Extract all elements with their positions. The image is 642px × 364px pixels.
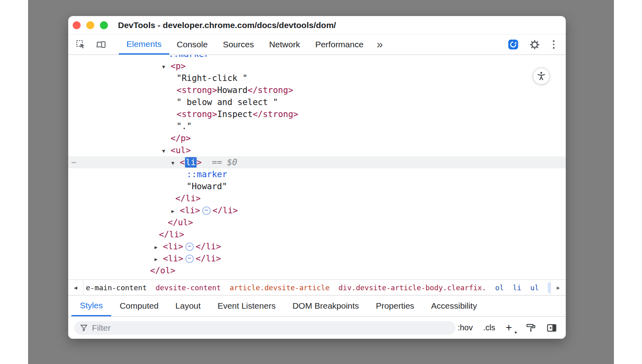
styles-filter-bar: :hov .cls + ▾	[68, 317, 566, 339]
accessibility-button[interactable]	[533, 68, 550, 85]
breadcrumb-item[interactable]: div.devsite-article-body.clearfix.	[339, 283, 486, 292]
dom-tree-line[interactable]: ⋯▼<li> == $0	[68, 156, 566, 168]
tab-elements[interactable]: Elements	[119, 34, 169, 55]
code-segment: $0	[227, 158, 237, 167]
code-segment: <ul>	[171, 146, 191, 155]
code-segment: </strong>	[248, 85, 293, 95]
dom-tree-line[interactable]: </ol>	[68, 265, 566, 277]
tree-toggle-arrow-icon[interactable]: ▼	[171, 157, 180, 169]
tab-dom-breakpoints[interactable]: DOM Breakpoints	[284, 295, 368, 316]
code-segment: ==	[212, 158, 227, 167]
inline-ellipsis-button[interactable]: ⋯	[202, 206, 211, 215]
dom-tree-line[interactable]: <strong>Howard</strong>	[68, 84, 566, 96]
tab-label: Styles	[80, 301, 103, 310]
code-segment: </li>	[213, 206, 238, 215]
chevron-right-icon: ▶	[557, 285, 560, 291]
selected-node-tag: li	[185, 157, 197, 168]
dom-tree-line[interactable]: ::marker	[68, 168, 566, 180]
sync-button[interactable]	[508, 39, 519, 50]
code-segment: <li>	[163, 242, 183, 251]
tab-accessibility[interactable]: Accessibility	[423, 295, 485, 316]
tab-console[interactable]: Console	[169, 34, 215, 55]
dom-gutter-ellipsis-icon[interactable]: ⋯	[71, 156, 76, 168]
breadcrumb-item[interactable]: li	[513, 283, 522, 292]
tab-label: Network	[269, 40, 300, 49]
tree-toggle-arrow-icon[interactable]: ▶	[171, 205, 180, 217]
element-classes-button[interactable]: .cls	[483, 323, 495, 332]
tree-toggle-arrow-icon[interactable]: ▼	[162, 145, 171, 157]
filter-input[interactable]	[92, 323, 450, 333]
device-toolbar-button[interactable]	[95, 39, 106, 50]
dom-tree-line[interactable]: </p>	[68, 132, 566, 144]
breadcrumb-item[interactable]: article.devsite-article	[230, 283, 329, 292]
code-segment: <li>	[180, 206, 200, 215]
dom-tree-line[interactable]: <strong>Inspect</strong>	[68, 108, 566, 120]
plus-icon: +	[506, 322, 512, 334]
dom-tree: ::marker▼<p>"Right-click "<strong>Howard…	[68, 55, 566, 279]
breadcrumb-item[interactable]: ol	[495, 283, 504, 292]
inspect-element-button[interactable]	[75, 39, 86, 50]
code-segment: >	[197, 158, 202, 167]
new-style-rule-button[interactable]: + ▾	[506, 322, 515, 334]
tab-event-listeners[interactable]: Event Listeners	[209, 295, 284, 316]
tab-label: Performance	[315, 40, 364, 49]
dom-tree-line[interactable]: </ul>	[68, 216, 566, 229]
tab-computed[interactable]: Computed	[111, 295, 167, 316]
titlebar: DevTools - developer.chrome.com/docs/dev…	[68, 16, 566, 34]
tab-label: Console	[177, 40, 208, 49]
tab-performance[interactable]: Performance	[308, 34, 371, 55]
code-segment: <strong>	[177, 109, 217, 119]
dom-tree-line[interactable]: "."	[68, 120, 566, 132]
filter-right-controls: :hov .cls + ▾	[457, 322, 557, 334]
dom-tree-line[interactable]: " below and select "	[68, 96, 566, 108]
tree-toggle-arrow-icon[interactable]: ▼	[162, 61, 171, 73]
dom-tree-line[interactable]: ▼<p>	[68, 60, 566, 72]
code-segment: " below and select "	[177, 97, 278, 107]
tab-properties[interactable]: Properties	[368, 295, 423, 316]
dom-tree-line[interactable]: ▼<ul>	[68, 144, 566, 156]
tab-network[interactable]: Network	[262, 34, 308, 55]
code-segment: <	[180, 158, 185, 167]
dom-tree-line[interactable]: ▶<li>⋯</li>	[68, 204, 566, 216]
settings-button[interactable]	[529, 39, 540, 50]
zoom-button[interactable]	[100, 21, 108, 29]
dom-tree-line[interactable]: "Howard"	[68, 180, 566, 192]
dom-tree-line[interactable]: ▶<li>⋯</li>	[68, 253, 566, 265]
minimize-button[interactable]	[86, 21, 94, 29]
inline-ellipsis-button[interactable]: ⋯	[185, 255, 194, 263]
code-segment: "Howard"	[187, 182, 227, 191]
styles-pane-tabs: Styles Computed Layout Event Listeners D…	[68, 295, 566, 317]
tree-toggle-arrow-icon[interactable]: ▶	[154, 253, 163, 265]
close-button[interactable]	[73, 21, 81, 29]
dom-tree-line[interactable]: </li>	[68, 192, 566, 204]
dom-tree-line[interactable]: ::marker	[68, 55, 566, 60]
breadcrumb-scroll-left-button[interactable]: ◀	[68, 280, 83, 295]
breadcrumb-item[interactable]: e-main-content	[86, 283, 147, 292]
breadcrumb-scroll-right-button[interactable]: ▶	[551, 280, 566, 295]
toolbar-right-icons	[508, 34, 566, 55]
toggle-element-state-button[interactable]: :hov	[457, 323, 473, 332]
tab-layout[interactable]: Layout	[167, 295, 209, 316]
breadcrumb-item[interactable]: devsite-content	[156, 283, 221, 292]
dom-tree-line[interactable]: ▶<li>⋯</li>	[68, 241, 566, 253]
code-segment: "."	[177, 121, 192, 131]
more-tabs-button[interactable]: »	[371, 34, 388, 55]
dom-tree-line[interactable]: </li>	[68, 229, 566, 241]
dom-tree-line[interactable]: "Right-click "	[68, 72, 566, 84]
kebab-menu-icon[interactable]	[551, 39, 557, 50]
inline-ellipsis-button[interactable]: ⋯	[185, 243, 194, 251]
tab-sources[interactable]: Sources	[215, 34, 262, 55]
tab-styles[interactable]: Styles	[71, 295, 111, 316]
code-segment: </li>	[175, 194, 201, 203]
tree-toggle-arrow-icon[interactable]: ▶	[154, 241, 163, 253]
devtools-window: DevTools - developer.chrome.com/docs/dev…	[68, 16, 566, 339]
tab-label: Accessibility	[431, 301, 477, 311]
rendering-emulation-button[interactable]	[526, 323, 536, 333]
code-segment: </li>	[159, 230, 184, 239]
breadcrumb-bar: ◀ e-main-contentdevsite-contentarticle.d…	[68, 279, 566, 295]
filter-field[interactable]	[74, 321, 455, 335]
breadcrumb-item[interactable]: ul	[530, 283, 539, 292]
toggle-sidebar-button[interactable]	[547, 323, 557, 333]
chevron-double-right-icon: »	[377, 38, 383, 51]
code-segment: <li>	[163, 254, 183, 263]
